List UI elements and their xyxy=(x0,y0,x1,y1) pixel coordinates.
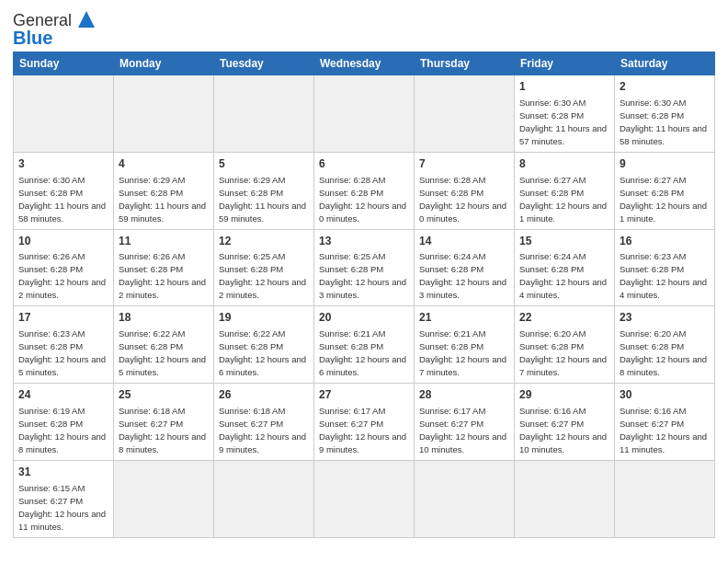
day-cell: 8Sunrise: 6:27 AMSunset: 6:28 PMDaylight… xyxy=(515,152,615,229)
day-cell: 10Sunrise: 6:26 AMSunset: 6:28 PMDayligh… xyxy=(14,229,114,306)
day-info: Sunrise: 6:22 AMSunset: 6:28 PMDaylight:… xyxy=(119,328,206,377)
day-info: Sunrise: 6:17 AMSunset: 6:27 PMDaylight:… xyxy=(319,406,406,454)
day-number: 9 xyxy=(620,156,710,172)
day-number: 10 xyxy=(18,234,108,249)
day-info: Sunrise: 6:19 AMSunset: 6:28 PMDaylight:… xyxy=(18,406,106,454)
day-number: 21 xyxy=(419,310,509,326)
day-info: Sunrise: 6:27 AMSunset: 6:28 PMDaylight:… xyxy=(519,175,607,224)
day-cell: 16Sunrise: 6:23 AMSunset: 6:28 PMDayligh… xyxy=(615,229,715,306)
day-number: 1 xyxy=(519,79,609,95)
week-row-5: 31Sunrise: 6:15 AMSunset: 6:27 PMDayligh… xyxy=(14,460,715,537)
day-number: 7 xyxy=(419,156,509,172)
day-info: Sunrise: 6:23 AMSunset: 6:28 PMDaylight:… xyxy=(620,251,707,300)
col-header-friday: Friday xyxy=(515,52,615,75)
day-cell: 21Sunrise: 6:21 AMSunset: 6:28 PMDayligh… xyxy=(415,306,515,384)
day-cell: 17Sunrise: 6:23 AMSunset: 6:28 PMDayligh… xyxy=(14,306,114,384)
day-cell xyxy=(114,460,214,537)
logo-blue: Blue xyxy=(13,28,52,48)
day-number: 25 xyxy=(119,387,209,403)
day-cell: 4Sunrise: 6:29 AMSunset: 6:28 PMDaylight… xyxy=(114,152,214,229)
day-info: Sunrise: 6:30 AMSunset: 6:28 PMDaylight:… xyxy=(620,98,707,146)
calendar: SundayMondayTuesdayWednesdayThursdayFrid… xyxy=(13,52,715,538)
day-cell xyxy=(314,75,415,153)
day-info: Sunrise: 6:20 AMSunset: 6:28 PMDaylight:… xyxy=(620,328,707,377)
day-cell: 20Sunrise: 6:21 AMSunset: 6:28 PMDayligh… xyxy=(314,306,415,384)
day-number: 22 xyxy=(519,310,609,326)
day-cell: 5Sunrise: 6:29 AMSunset: 6:28 PMDaylight… xyxy=(214,152,314,229)
day-cell xyxy=(214,460,314,537)
day-number: 20 xyxy=(319,310,409,326)
day-cell: 12Sunrise: 6:25 AMSunset: 6:28 PMDayligh… xyxy=(214,229,314,306)
week-row-0: 1Sunrise: 6:30 AMSunset: 6:28 PMDaylight… xyxy=(14,75,715,153)
day-cell: 25Sunrise: 6:18 AMSunset: 6:27 PMDayligh… xyxy=(114,384,214,461)
day-number: 16 xyxy=(620,234,710,249)
day-cell: 27Sunrise: 6:17 AMSunset: 6:27 PMDayligh… xyxy=(314,384,415,461)
day-cell xyxy=(415,460,515,537)
day-number: 11 xyxy=(119,234,209,249)
day-info: Sunrise: 6:25 AMSunset: 6:28 PMDaylight:… xyxy=(219,251,306,300)
day-cell xyxy=(14,75,114,153)
day-cell xyxy=(314,460,415,537)
day-cell xyxy=(515,460,615,537)
week-row-3: 17Sunrise: 6:23 AMSunset: 6:28 PMDayligh… xyxy=(14,306,715,384)
day-number: 3 xyxy=(18,156,108,172)
day-cell: 29Sunrise: 6:16 AMSunset: 6:27 PMDayligh… xyxy=(515,384,615,461)
day-info: Sunrise: 6:21 AMSunset: 6:28 PMDaylight:… xyxy=(319,328,406,377)
day-cell: 2Sunrise: 6:30 AMSunset: 6:28 PMDaylight… xyxy=(615,75,715,153)
day-info: Sunrise: 6:29 AMSunset: 6:28 PMDaylight:… xyxy=(219,175,306,224)
day-number: 14 xyxy=(419,234,509,249)
day-number: 28 xyxy=(419,387,509,403)
col-header-sunday: Sunday xyxy=(14,52,114,75)
day-info: Sunrise: 6:30 AMSunset: 6:28 PMDaylight:… xyxy=(18,175,106,224)
day-info: Sunrise: 6:28 AMSunset: 6:28 PMDaylight:… xyxy=(319,175,406,224)
col-header-wednesday: Wednesday xyxy=(314,52,415,75)
day-info: Sunrise: 6:18 AMSunset: 6:27 PMDaylight:… xyxy=(119,406,206,454)
day-number: 23 xyxy=(620,310,710,326)
day-cell: 1Sunrise: 6:30 AMSunset: 6:28 PMDaylight… xyxy=(515,75,615,153)
day-number: 31 xyxy=(18,465,108,480)
day-number: 27 xyxy=(319,387,409,403)
col-header-saturday: Saturday xyxy=(615,52,715,75)
day-number: 13 xyxy=(319,234,409,249)
day-cell: 14Sunrise: 6:24 AMSunset: 6:28 PMDayligh… xyxy=(415,229,515,306)
day-cell: 28Sunrise: 6:17 AMSunset: 6:27 PMDayligh… xyxy=(415,384,515,461)
day-number: 19 xyxy=(219,310,309,326)
day-info: Sunrise: 6:28 AMSunset: 6:28 PMDaylight:… xyxy=(419,175,506,224)
day-info: Sunrise: 6:17 AMSunset: 6:27 PMDaylight:… xyxy=(419,406,506,454)
day-cell: 9Sunrise: 6:27 AMSunset: 6:28 PMDaylight… xyxy=(615,152,715,229)
week-row-2: 10Sunrise: 6:26 AMSunset: 6:28 PMDayligh… xyxy=(14,229,715,306)
day-info: Sunrise: 6:24 AMSunset: 6:28 PMDaylight:… xyxy=(519,251,607,300)
day-info: Sunrise: 6:25 AMSunset: 6:28 PMDaylight:… xyxy=(319,251,406,300)
week-row-4: 24Sunrise: 6:19 AMSunset: 6:28 PMDayligh… xyxy=(14,384,715,461)
day-info: Sunrise: 6:21 AMSunset: 6:28 PMDaylight:… xyxy=(419,328,506,377)
day-cell: 18Sunrise: 6:22 AMSunset: 6:28 PMDayligh… xyxy=(114,306,214,384)
day-info: Sunrise: 6:26 AMSunset: 6:28 PMDaylight:… xyxy=(119,251,206,300)
day-number: 2 xyxy=(620,79,710,95)
day-cell: 23Sunrise: 6:20 AMSunset: 6:28 PMDayligh… xyxy=(615,306,715,384)
day-number: 29 xyxy=(519,387,609,403)
day-info: Sunrise: 6:23 AMSunset: 6:28 PMDaylight:… xyxy=(18,328,106,377)
day-cell: 30Sunrise: 6:16 AMSunset: 6:27 PMDayligh… xyxy=(615,384,715,461)
day-info: Sunrise: 6:30 AMSunset: 6:28 PMDaylight:… xyxy=(519,98,607,146)
day-cell: 11Sunrise: 6:26 AMSunset: 6:28 PMDayligh… xyxy=(114,229,214,306)
week-row-1: 3Sunrise: 6:30 AMSunset: 6:28 PMDaylight… xyxy=(14,152,715,229)
day-number: 8 xyxy=(519,156,609,172)
day-number: 26 xyxy=(219,387,309,403)
svg-marker-0 xyxy=(78,11,95,28)
day-info: Sunrise: 6:27 AMSunset: 6:28 PMDaylight:… xyxy=(620,175,707,224)
day-cell: 13Sunrise: 6:25 AMSunset: 6:28 PMDayligh… xyxy=(314,229,415,306)
day-info: Sunrise: 6:29 AMSunset: 6:28 PMDaylight:… xyxy=(119,175,206,224)
calendar-header-row: SundayMondayTuesdayWednesdayThursdayFrid… xyxy=(14,52,715,75)
header: General Blue xyxy=(13,9,715,48)
day-cell: 7Sunrise: 6:28 AMSunset: 6:28 PMDaylight… xyxy=(415,152,515,229)
day-cell xyxy=(615,460,715,537)
day-info: Sunrise: 6:18 AMSunset: 6:27 PMDaylight:… xyxy=(219,406,306,454)
day-cell: 6Sunrise: 6:28 AMSunset: 6:28 PMDaylight… xyxy=(314,152,415,229)
day-info: Sunrise: 6:22 AMSunset: 6:28 PMDaylight:… xyxy=(219,328,306,377)
day-cell: 24Sunrise: 6:19 AMSunset: 6:28 PMDayligh… xyxy=(14,384,114,461)
day-cell: 19Sunrise: 6:22 AMSunset: 6:28 PMDayligh… xyxy=(214,306,314,384)
day-number: 12 xyxy=(219,234,309,249)
day-info: Sunrise: 6:15 AMSunset: 6:27 PMDaylight:… xyxy=(18,483,106,532)
day-number: 5 xyxy=(219,156,309,172)
day-info: Sunrise: 6:26 AMSunset: 6:28 PMDaylight:… xyxy=(18,251,106,300)
